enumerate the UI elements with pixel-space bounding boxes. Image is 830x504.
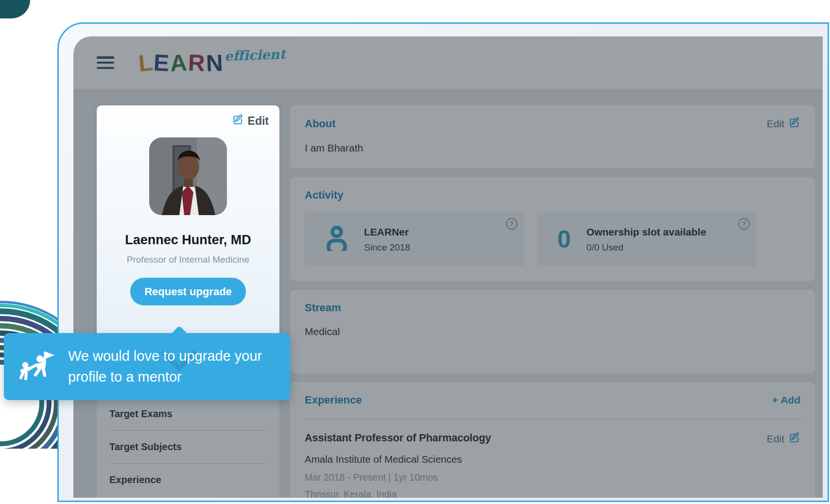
people-flag-icon	[19, 350, 55, 384]
upgrade-tour-tooltip: We would love to upgrade your profile to…	[4, 333, 290, 400]
request-upgrade-button[interactable]: Request upgrade	[130, 278, 246, 305]
profile-name: Laennec Hunter, MD	[125, 233, 251, 248]
device-frame: LEARN efficient Edit	[57, 22, 829, 502]
profile-photo	[149, 137, 227, 215]
edit-pencil-icon	[232, 114, 244, 128]
corner-decoration	[0, 0, 30, 18]
app-window: LEARN efficient Edit	[73, 36, 823, 498]
profile-card: Edit	[97, 105, 279, 341]
profile-edit-button[interactable]: Edit	[232, 114, 269, 128]
profile-edit-label: Edit	[248, 115, 269, 128]
tooltip-line-2: profile to a mentor	[68, 367, 262, 388]
tooltip-text: We would love to upgrade your profile to…	[68, 346, 262, 388]
tooltip-line-1: We would love to upgrade your	[68, 346, 262, 367]
profile-title: Professor of Internal Medicine	[127, 254, 249, 265]
